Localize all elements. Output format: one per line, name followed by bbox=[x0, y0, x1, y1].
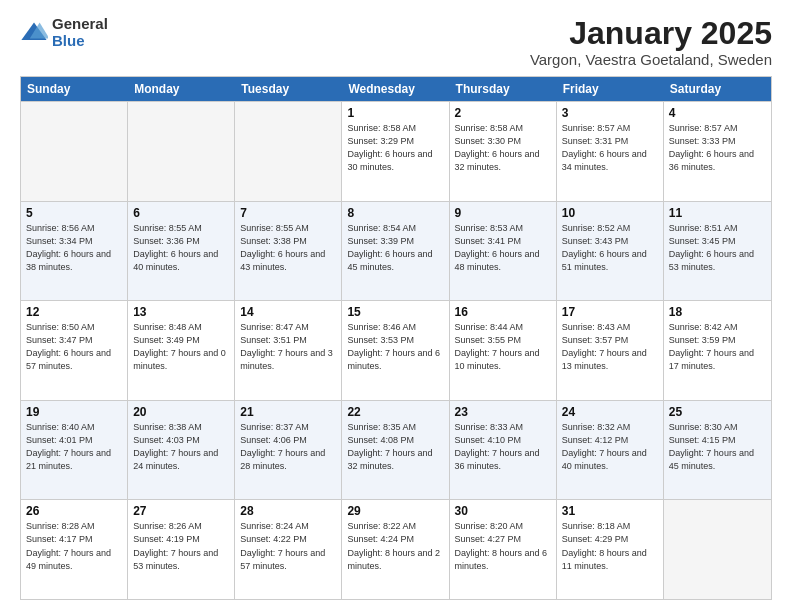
calendar-header-cell: Tuesday bbox=[235, 77, 342, 101]
cell-details: Sunrise: 8:48 AM Sunset: 3:49 PM Dayligh… bbox=[133, 321, 229, 373]
cell-details: Sunrise: 8:44 AM Sunset: 3:55 PM Dayligh… bbox=[455, 321, 551, 373]
calendar-header-cell: Sunday bbox=[21, 77, 128, 101]
cell-details: Sunrise: 8:28 AM Sunset: 4:17 PM Dayligh… bbox=[26, 520, 122, 572]
calendar-cell: 2Sunrise: 8:58 AM Sunset: 3:30 PM Daylig… bbox=[450, 102, 557, 201]
day-number: 9 bbox=[455, 206, 551, 220]
cell-details: Sunrise: 8:43 AM Sunset: 3:57 PM Dayligh… bbox=[562, 321, 658, 373]
cell-details: Sunrise: 8:37 AM Sunset: 4:06 PM Dayligh… bbox=[240, 421, 336, 473]
day-number: 24 bbox=[562, 405, 658, 419]
logo: General Blue bbox=[20, 16, 108, 49]
cell-details: Sunrise: 8:57 AM Sunset: 3:33 PM Dayligh… bbox=[669, 122, 766, 174]
calendar-cell: 23Sunrise: 8:33 AM Sunset: 4:10 PM Dayli… bbox=[450, 401, 557, 500]
day-number: 15 bbox=[347, 305, 443, 319]
cell-details: Sunrise: 8:42 AM Sunset: 3:59 PM Dayligh… bbox=[669, 321, 766, 373]
day-number: 1 bbox=[347, 106, 443, 120]
calendar-cell: 25Sunrise: 8:30 AM Sunset: 4:15 PM Dayli… bbox=[664, 401, 771, 500]
cell-details: Sunrise: 8:52 AM Sunset: 3:43 PM Dayligh… bbox=[562, 222, 658, 274]
cell-details: Sunrise: 8:35 AM Sunset: 4:08 PM Dayligh… bbox=[347, 421, 443, 473]
calendar-cell: 26Sunrise: 8:28 AM Sunset: 4:17 PM Dayli… bbox=[21, 500, 128, 599]
calendar-cell: 18Sunrise: 8:42 AM Sunset: 3:59 PM Dayli… bbox=[664, 301, 771, 400]
cell-details: Sunrise: 8:18 AM Sunset: 4:29 PM Dayligh… bbox=[562, 520, 658, 572]
cell-details: Sunrise: 8:55 AM Sunset: 3:36 PM Dayligh… bbox=[133, 222, 229, 274]
day-number: 3 bbox=[562, 106, 658, 120]
page: General Blue January 2025 Vargon, Vaestr… bbox=[0, 0, 792, 612]
day-number: 19 bbox=[26, 405, 122, 419]
calendar-cell: 12Sunrise: 8:50 AM Sunset: 3:47 PM Dayli… bbox=[21, 301, 128, 400]
calendar-header-cell: Wednesday bbox=[342, 77, 449, 101]
calendar-cell: 20Sunrise: 8:38 AM Sunset: 4:03 PM Dayli… bbox=[128, 401, 235, 500]
cell-details: Sunrise: 8:46 AM Sunset: 3:53 PM Dayligh… bbox=[347, 321, 443, 373]
cell-details: Sunrise: 8:51 AM Sunset: 3:45 PM Dayligh… bbox=[669, 222, 766, 274]
calendar-row: 12Sunrise: 8:50 AM Sunset: 3:47 PM Dayli… bbox=[21, 300, 771, 400]
calendar-cell: 24Sunrise: 8:32 AM Sunset: 4:12 PM Dayli… bbox=[557, 401, 664, 500]
calendar-row: 26Sunrise: 8:28 AM Sunset: 4:17 PM Dayli… bbox=[21, 499, 771, 599]
calendar: SundayMondayTuesdayWednesdayThursdayFrid… bbox=[20, 76, 772, 600]
day-number: 8 bbox=[347, 206, 443, 220]
title-block: January 2025 Vargon, Vaestra Goetaland, … bbox=[530, 16, 772, 68]
logo-blue-text: Blue bbox=[52, 33, 108, 50]
calendar-cell bbox=[235, 102, 342, 201]
calendar-row: 5Sunrise: 8:56 AM Sunset: 3:34 PM Daylig… bbox=[21, 201, 771, 301]
calendar-cell: 21Sunrise: 8:37 AM Sunset: 4:06 PM Dayli… bbox=[235, 401, 342, 500]
cell-details: Sunrise: 8:33 AM Sunset: 4:10 PM Dayligh… bbox=[455, 421, 551, 473]
calendar-cell: 29Sunrise: 8:22 AM Sunset: 4:24 PM Dayli… bbox=[342, 500, 449, 599]
calendar-header: SundayMondayTuesdayWednesdayThursdayFrid… bbox=[21, 77, 771, 101]
calendar-cell bbox=[128, 102, 235, 201]
day-number: 18 bbox=[669, 305, 766, 319]
calendar-cell: 27Sunrise: 8:26 AM Sunset: 4:19 PM Dayli… bbox=[128, 500, 235, 599]
day-number: 6 bbox=[133, 206, 229, 220]
calendar-cell: 11Sunrise: 8:51 AM Sunset: 3:45 PM Dayli… bbox=[664, 202, 771, 301]
day-number: 12 bbox=[26, 305, 122, 319]
calendar-cell: 4Sunrise: 8:57 AM Sunset: 3:33 PM Daylig… bbox=[664, 102, 771, 201]
header: General Blue January 2025 Vargon, Vaestr… bbox=[20, 16, 772, 68]
cell-details: Sunrise: 8:47 AM Sunset: 3:51 PM Dayligh… bbox=[240, 321, 336, 373]
cell-details: Sunrise: 8:26 AM Sunset: 4:19 PM Dayligh… bbox=[133, 520, 229, 572]
calendar-cell: 8Sunrise: 8:54 AM Sunset: 3:39 PM Daylig… bbox=[342, 202, 449, 301]
calendar-subtitle: Vargon, Vaestra Goetaland, Sweden bbox=[530, 51, 772, 68]
cell-details: Sunrise: 8:58 AM Sunset: 3:29 PM Dayligh… bbox=[347, 122, 443, 174]
day-number: 23 bbox=[455, 405, 551, 419]
calendar-cell: 14Sunrise: 8:47 AM Sunset: 3:51 PM Dayli… bbox=[235, 301, 342, 400]
cell-details: Sunrise: 8:57 AM Sunset: 3:31 PM Dayligh… bbox=[562, 122, 658, 174]
cell-details: Sunrise: 8:24 AM Sunset: 4:22 PM Dayligh… bbox=[240, 520, 336, 572]
calendar-cell: 9Sunrise: 8:53 AM Sunset: 3:41 PM Daylig… bbox=[450, 202, 557, 301]
day-number: 7 bbox=[240, 206, 336, 220]
calendar-cell: 7Sunrise: 8:55 AM Sunset: 3:38 PM Daylig… bbox=[235, 202, 342, 301]
cell-details: Sunrise: 8:58 AM Sunset: 3:30 PM Dayligh… bbox=[455, 122, 551, 174]
cell-details: Sunrise: 8:32 AM Sunset: 4:12 PM Dayligh… bbox=[562, 421, 658, 473]
calendar-header-cell: Saturday bbox=[664, 77, 771, 101]
day-number: 22 bbox=[347, 405, 443, 419]
calendar-cell bbox=[664, 500, 771, 599]
cell-details: Sunrise: 8:30 AM Sunset: 4:15 PM Dayligh… bbox=[669, 421, 766, 473]
day-number: 4 bbox=[669, 106, 766, 120]
calendar-body: 1Sunrise: 8:58 AM Sunset: 3:29 PM Daylig… bbox=[21, 101, 771, 599]
calendar-row: 1Sunrise: 8:58 AM Sunset: 3:29 PM Daylig… bbox=[21, 101, 771, 201]
day-number: 20 bbox=[133, 405, 229, 419]
day-number: 25 bbox=[669, 405, 766, 419]
cell-details: Sunrise: 8:54 AM Sunset: 3:39 PM Dayligh… bbox=[347, 222, 443, 274]
calendar-header-cell: Monday bbox=[128, 77, 235, 101]
day-number: 2 bbox=[455, 106, 551, 120]
day-number: 13 bbox=[133, 305, 229, 319]
calendar-cell: 19Sunrise: 8:40 AM Sunset: 4:01 PM Dayli… bbox=[21, 401, 128, 500]
day-number: 11 bbox=[669, 206, 766, 220]
cell-details: Sunrise: 8:56 AM Sunset: 3:34 PM Dayligh… bbox=[26, 222, 122, 274]
calendar-cell: 10Sunrise: 8:52 AM Sunset: 3:43 PM Dayli… bbox=[557, 202, 664, 301]
calendar-header-cell: Thursday bbox=[450, 77, 557, 101]
cell-details: Sunrise: 8:38 AM Sunset: 4:03 PM Dayligh… bbox=[133, 421, 229, 473]
calendar-cell bbox=[21, 102, 128, 201]
day-number: 5 bbox=[26, 206, 122, 220]
day-number: 31 bbox=[562, 504, 658, 518]
cell-details: Sunrise: 8:50 AM Sunset: 3:47 PM Dayligh… bbox=[26, 321, 122, 373]
cell-details: Sunrise: 8:20 AM Sunset: 4:27 PM Dayligh… bbox=[455, 520, 551, 572]
calendar-cell: 5Sunrise: 8:56 AM Sunset: 3:34 PM Daylig… bbox=[21, 202, 128, 301]
calendar-cell: 15Sunrise: 8:46 AM Sunset: 3:53 PM Dayli… bbox=[342, 301, 449, 400]
calendar-cell: 1Sunrise: 8:58 AM Sunset: 3:29 PM Daylig… bbox=[342, 102, 449, 201]
day-number: 30 bbox=[455, 504, 551, 518]
cell-details: Sunrise: 8:55 AM Sunset: 3:38 PM Dayligh… bbox=[240, 222, 336, 274]
calendar-cell: 16Sunrise: 8:44 AM Sunset: 3:55 PM Dayli… bbox=[450, 301, 557, 400]
cell-details: Sunrise: 8:22 AM Sunset: 4:24 PM Dayligh… bbox=[347, 520, 443, 572]
calendar-cell: 13Sunrise: 8:48 AM Sunset: 3:49 PM Dayli… bbox=[128, 301, 235, 400]
cell-details: Sunrise: 8:53 AM Sunset: 3:41 PM Dayligh… bbox=[455, 222, 551, 274]
day-number: 21 bbox=[240, 405, 336, 419]
